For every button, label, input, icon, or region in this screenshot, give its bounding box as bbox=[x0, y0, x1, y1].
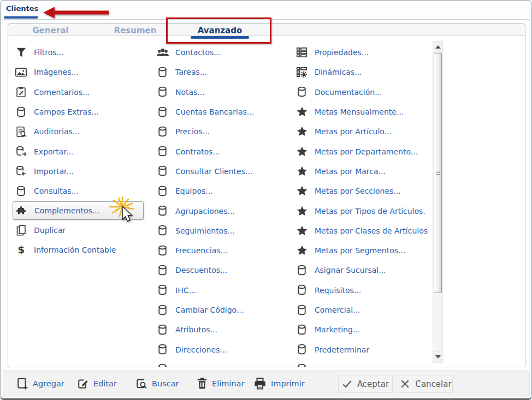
menu-item-metas-por-articulo[interactable]: Metas por Artículo... bbox=[293, 122, 428, 141]
scroll-up-button[interactable] bbox=[433, 41, 442, 53]
menu-item-marketing[interactable]: Marketing... bbox=[293, 320, 428, 339]
menu-item-informacion-contable[interactable]: $Información Contable bbox=[13, 240, 144, 260]
menu-item-cuentas-bancarias[interactable]: Cuentas Bancarias... bbox=[154, 102, 254, 122]
menu-item-duplicar[interactable]: Duplicar bbox=[13, 220, 144, 240]
footer-action-label: Eliminar bbox=[212, 379, 244, 388]
footer-action-label: Buscar bbox=[152, 379, 179, 388]
menu-item-label: Metas por Departamento... bbox=[315, 147, 418, 156]
dialog-button-label: Cancelar bbox=[415, 379, 451, 389]
database-icon bbox=[155, 304, 170, 317]
menu-item-label: Metas por Secciones... bbox=[315, 187, 401, 195]
aceptar-button[interactable]: Aceptar bbox=[338, 375, 393, 393]
database-icon bbox=[294, 264, 309, 277]
menu-item-consultar-clientes[interactable]: Consultar Clientes... bbox=[154, 162, 254, 181]
menu-item-metas-mensualmente[interactable]: Metas Mensualmente... bbox=[293, 102, 428, 122]
menu-item-atributos[interactable]: Atributos... bbox=[154, 320, 254, 339]
menu-item-contratos[interactable]: Contratos... bbox=[154, 141, 254, 161]
dynamics-gear-icon bbox=[294, 66, 309, 78]
dollar-icon: $ bbox=[14, 243, 28, 256]
menu-item-partial[interactable] bbox=[154, 360, 254, 367]
database-icon bbox=[155, 363, 170, 367]
tab-label: General bbox=[33, 26, 69, 35]
menu-item-dinamicas[interactable]: Dinámicas... bbox=[293, 62, 428, 82]
menu-item-metas-por-tipos-de-articulos[interactable]: Metas por Tipos de Artículos. bbox=[293, 201, 428, 220]
menu-item-label: Marketing... bbox=[315, 325, 360, 334]
menu-item-propiedades[interactable]: Propiedades... bbox=[293, 43, 428, 62]
vertical-scrollbar[interactable] bbox=[433, 41, 443, 363]
menu-item-requisitos[interactable]: Requisitos... bbox=[293, 280, 428, 300]
buscar-button[interactable]: Buscar bbox=[135, 377, 179, 390]
menu-item-label: Información Contable bbox=[34, 246, 116, 254]
menu-item-exportar[interactable]: Exportar... bbox=[13, 141, 144, 161]
scrollbar-thumb[interactable] bbox=[434, 53, 442, 293]
menu-item-label: Asignar Sucursal... bbox=[315, 266, 386, 274]
database-icon bbox=[155, 66, 170, 79]
star-icon bbox=[294, 205, 309, 217]
cancelar-button[interactable]: Cancelar bbox=[399, 375, 453, 393]
menu-item-label: Notas... bbox=[175, 88, 205, 97]
menu-item-label: Comercial... bbox=[315, 306, 360, 314]
menu-item-metas-por-segmentos[interactable]: Metas por Segmentos... bbox=[293, 241, 428, 260]
menu-item-agrupaciones[interactable]: Agrupaciones... bbox=[154, 201, 254, 220]
editar-button[interactable]: Editar bbox=[77, 377, 117, 390]
clientes-window: Clientes GeneralResumenAvanzado Filtros.… bbox=[0, 0, 532, 400]
agregar-button[interactable]: Agregar bbox=[16, 377, 64, 390]
menu-item-descuentos[interactable]: Descuentos... bbox=[154, 260, 254, 280]
database-icon bbox=[294, 324, 309, 336]
menu-item-comercial[interactable]: Comercial... bbox=[293, 300, 428, 320]
menu-item-notas[interactable]: Notas... bbox=[154, 82, 254, 102]
menu-item-contactos[interactable]: Contactos... bbox=[154, 43, 254, 62]
annotation-box bbox=[166, 17, 271, 44]
database-icon bbox=[14, 185, 28, 198]
menu-item-complementos[interactable]: Complementos... bbox=[13, 201, 144, 220]
window-tab-clientes[interactable]: Clientes bbox=[6, 4, 38, 13]
scroll-down-button[interactable] bbox=[433, 351, 442, 362]
image-icon bbox=[14, 66, 28, 79]
menu-item-seguimientos[interactable]: Seguimientos... bbox=[154, 221, 254, 241]
menu-item-equipos[interactable]: Equipos... bbox=[154, 181, 254, 201]
database-icon bbox=[294, 284, 309, 296]
menu-item-label: Dinámicas... bbox=[315, 68, 362, 76]
copy-icon bbox=[14, 224, 28, 236]
menu-item-label: Contactos... bbox=[175, 48, 221, 57]
imprimir-button[interactable]: Imprimir bbox=[253, 378, 305, 390]
menu-item-metas-por-clases-de-articulos[interactable]: Metas por Clases de Artículos bbox=[293, 221, 428, 241]
contacts-icon bbox=[155, 47, 170, 58]
menu-item-label: Cuentas Bancarias... bbox=[175, 108, 254, 116]
audit-search-icon bbox=[14, 126, 28, 138]
database-icon bbox=[155, 343, 170, 356]
menu-column-2: Contactos...Tareas...Notas...Cuentas Ban… bbox=[154, 43, 254, 367]
menu-item-documentacion[interactable]: Documentación... bbox=[293, 82, 428, 102]
menu-item-predeterminar[interactable]: Predeterminar bbox=[293, 339, 428, 359]
menu-item-metas-por-departamento[interactable]: Metas por Departamento... bbox=[293, 141, 428, 161]
tab-resumen[interactable]: Resumen bbox=[93, 24, 178, 35]
menu-item-tareas[interactable]: Tareas... bbox=[154, 62, 254, 82]
menu-item-label: Consultas... bbox=[34, 187, 79, 195]
eliminar-button[interactable]: Eliminar bbox=[197, 377, 244, 390]
menu-item-imagenes[interactable]: Imágenes... bbox=[13, 62, 144, 82]
menu-item-precios[interactable]: Precios... bbox=[154, 122, 254, 141]
tab-general[interactable]: General bbox=[8, 24, 93, 35]
database-icon bbox=[155, 205, 170, 217]
scrollbar-grip-icon bbox=[436, 171, 440, 175]
menu-item-label: Metas Mensualmente... bbox=[315, 108, 404, 116]
menu-item-auditorias[interactable]: Auditorias... bbox=[13, 122, 144, 141]
menu-item-campos-extras[interactable]: Campos Extras... bbox=[13, 102, 144, 122]
menu-item-label: Descuentos... bbox=[175, 266, 227, 274]
menu-item-asignar-sucursal[interactable]: Asignar Sucursal... bbox=[293, 260, 428, 280]
footer-action-label: Agregar bbox=[33, 379, 64, 388]
menu-item-direcciones[interactable]: Direcciones... bbox=[154, 339, 254, 359]
database-icon bbox=[155, 145, 170, 158]
menu-item-metas-por-secciones[interactable]: Metas por Secciones... bbox=[293, 181, 428, 201]
menu-item-consultas[interactable]: Consultas... bbox=[13, 181, 144, 201]
menu-item-metas-por-marca[interactable]: Metas por Marca... bbox=[293, 162, 428, 181]
advanced-options-panel: GeneralResumenAvanzado Filtros...Imágene… bbox=[8, 23, 525, 367]
menu-item-ihc[interactable]: IHC... bbox=[154, 280, 254, 300]
menu-item-filtros[interactable]: Filtros... bbox=[13, 43, 144, 62]
menu-item-importar[interactable]: Importar... bbox=[13, 162, 144, 181]
menu-item-cambiar-codigo[interactable]: Cambiar Código... bbox=[154, 300, 254, 320]
menu-item-comentarios[interactable]: Comentarios... bbox=[13, 82, 144, 102]
menu-item-partial[interactable] bbox=[293, 360, 428, 367]
menu-item-frecuencias[interactable]: Frecuencias... bbox=[154, 241, 254, 260]
menu-item-label: Requisitos... bbox=[315, 286, 361, 295]
